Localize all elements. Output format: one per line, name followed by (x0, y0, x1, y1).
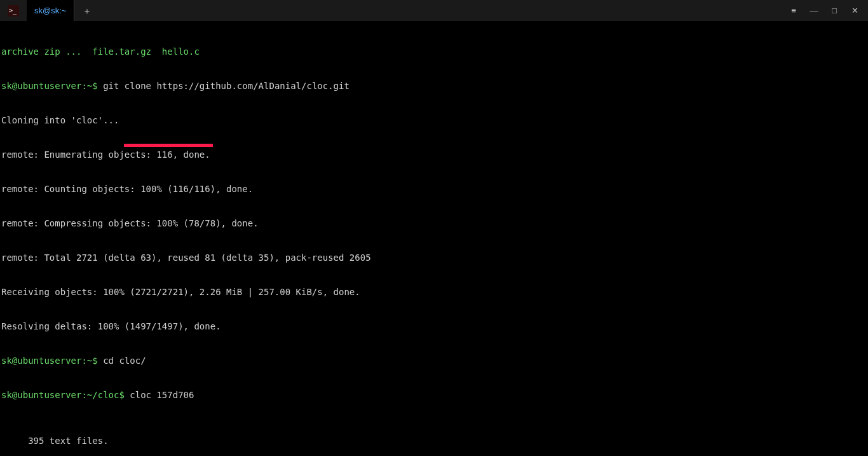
annotation-underline (124, 144, 213, 147)
prompt-user: sk@ubuntuserver (1, 356, 81, 366)
close-button[interactable]: ✕ (846, 3, 863, 19)
term-line: remote: Enumerating objects: 116, done. (1, 149, 867, 160)
minimize-icon: — (810, 5, 818, 17)
term-line: sk@ubuntuserver:~$ git clone https://git… (1, 80, 867, 92)
prompt-user: sk@ubuntuserver (1, 81, 81, 91)
term-line: Receiving objects: 100% (2721/2721), 2.2… (1, 286, 867, 298)
prompt-path: :~$ (81, 356, 103, 366)
tab-active[interactable]: sk@sk:~ (27, 0, 74, 21)
prompt-path: :~/cloc$ (81, 390, 130, 400)
term-line: remote: Counting objects: 100% (116/116)… (1, 183, 867, 195)
maximize-icon: □ (832, 5, 837, 17)
cmd-git-clone: git clone https://github.com/AlDanial/cl… (103, 81, 349, 91)
new-tab-button[interactable]: ＋ (74, 0, 99, 21)
window-titlebar: >_ sk@sk:~ ＋ ≡ — □ ✕ (0, 0, 868, 22)
menu-button[interactable]: ≡ (785, 3, 802, 19)
term-line: Resolving deltas: 100% (1497/1497), done… (1, 321, 867, 332)
prompt-path: :~$ (81, 81, 103, 91)
term-line: Cloning into 'cloc'... (1, 114, 867, 126)
term-line: archive zip ... file.tar.gz hello.c (1, 46, 867, 57)
close-icon: ✕ (851, 5, 858, 17)
terminal-viewport[interactable]: archive zip ... file.tar.gz hello.c sk@u… (0, 22, 868, 456)
tab-title: sk@sk:~ (34, 5, 66, 17)
cmd-cloc: cloc 157d706 (130, 390, 194, 400)
terminal-icon: >_ (8, 5, 19, 17)
term-line: remote: Compressing objects: 100% (78/78… (1, 218, 867, 229)
window-controls: ≡ — □ ✕ (785, 0, 868, 21)
hamburger-icon: ≡ (791, 5, 796, 17)
maximize-button[interactable]: □ (826, 3, 843, 19)
term-line: remote: Total 2721 (delta 63), reused 81… (1, 252, 867, 263)
summary-text-files: 395 text files. (1, 435, 867, 446)
term-line: sk@ubuntuserver:~$ cd cloc/ (1, 355, 867, 366)
cmd-cd: cd cloc/ (103, 356, 146, 366)
minimize-button[interactable]: — (806, 3, 822, 19)
plus-icon: ＋ (83, 5, 92, 17)
prompt-user: sk@ubuntuserver (1, 390, 81, 400)
titlebar-spacer (99, 0, 785, 21)
tab-icon-cell[interactable]: >_ (0, 0, 27, 21)
term-line: sk@ubuntuserver:~/cloc$ cloc 157d706 (1, 389, 867, 401)
